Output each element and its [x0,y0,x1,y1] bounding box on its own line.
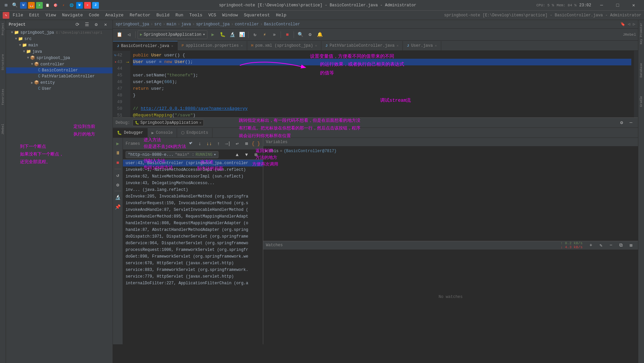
debug-settings2-btn[interactable]: ⚙ [114,180,122,189]
frame-item-3[interactable]: invoke:43, DelegatingMethodAccesso... [123,180,263,187]
eval-expr-btn[interactable]: { } [252,139,260,148]
frame-down-btn[interactable]: ▼ [242,150,251,159]
menu-squaretest[interactable]: Squaretest [241,12,273,19]
coverage-btn[interactable]: 🔬 [228,30,236,39]
tab-close-bc[interactable]: ✕ [171,44,173,48]
debug-minimize[interactable]: ─ [627,118,635,127]
frame-item-8[interactable]: invokeHandlerMethod:895, RequestMappingH… [123,213,263,220]
tree-controller[interactable]: ▼ 📦 controller [6,61,113,67]
side-database[interactable]: Database [640,63,643,77]
debug-app-selector[interactable]: 🐛 SpringbootJpaApplication ✕ [133,119,204,126]
tab-path-variable[interactable]: J PathVariableController.java ✕ [321,41,403,50]
run-to-cursor-btn[interactable]: →| [223,139,232,148]
frame-item-4[interactable]: inv... (java.lang.reflect) [123,187,263,193]
tab-close-ap[interactable]: ✕ [241,44,243,48]
run-btn[interactable]: ▶ [208,30,217,39]
side-jrebel-icon[interactable]: JRebel [1,124,5,134]
close-button[interactable]: ✕ [626,0,641,11]
frame-item-14[interactable]: doGet:898, FrameworkServlet (org.springf… [123,253,263,260]
hot-reload-btn[interactable]: ⚡ [260,30,269,39]
settings-btn[interactable]: ⚙ [306,30,314,39]
tab-close-user[interactable]: ✕ [435,44,437,48]
frame-item-16[interactable]: service:883, FrameworkServlet (org.sprin… [123,267,263,273]
frame-filter-btn[interactable]: ⊞ [252,150,260,159]
app-icon-6[interactable]: ⚡ [60,2,67,9]
step-out-btn[interactable]: ↑ [214,139,223,148]
debug-settings[interactable]: ⚙ [617,118,626,127]
bc-controller[interactable]: controller [235,22,259,27]
debug-tab-console[interactable]: ▶ Console [148,128,177,137]
tree-main[interactable]: ▼ 📁 main [6,42,113,48]
menu-navigate[interactable]: Navigate [59,12,86,19]
app-icon-4[interactable]: 📋 [44,2,51,9]
search-icon[interactable]: 🔍 [11,2,18,9]
bc-class[interactable]: BasicController [264,22,300,27]
bc-pkg[interactable]: springboot_jpa [196,22,230,27]
editor-scrollbar[interactable] [634,51,638,117]
recent-files-btn[interactable]: 📋 [115,30,124,39]
more-btn[interactable]: » [270,30,279,39]
bc-java[interactable]: java [181,22,191,27]
frame-item-0[interactable]: user:43, BasicController (springboot_jpa… [123,160,263,166]
menu-edit[interactable]: Edit [26,12,42,19]
frame-item-15[interactable]: service:670, HttpServlet (javax.servlet.… [123,260,263,267]
run-config-selector[interactable]: ▶ SpringbootJpaApplication ▾ [138,30,207,39]
profile-btn[interactable]: 📊 [237,30,246,39]
maximize-button[interactable]: □ [610,0,625,11]
drop-frame-btn[interactable]: ↩ [233,139,241,148]
app-icon-9[interactable]: ● [84,2,91,9]
tab-basic-controller[interactable]: J BasicController.java ✕ [113,41,178,50]
step-into-btn[interactable]: ↓ [195,139,204,148]
bc-springboot-jpa[interactable]: springboot_jpa [116,22,149,27]
tree-basic-controller[interactable]: C BasicController [6,67,113,73]
tab-app-props[interactable]: P application.properties ✕ [178,41,247,50]
panel-sync-btn[interactable]: ⟳ [73,20,82,29]
frame-item-12[interactable]: doService:964, DispatcherServlet (org.sp… [123,240,263,247]
debug-rerun-btn[interactable]: ↺ [114,171,122,179]
menu-file[interactable]: File [10,12,26,19]
code-editor[interactable]: ↻ 42 ● 43 44 45 46 47 48 49 50 51 [113,51,638,117]
frame-item-5[interactable]: doInvoke:205, InvocableHandlerMethod (or… [123,193,263,200]
thread-dropdown[interactable]: "http-nio-8080-e... "main" : RUNNING ▾ [126,151,218,158]
tree-entity[interactable]: ▶ 📦 entity [6,79,113,86]
debug-tab-endpoints[interactable]: ⬡ Endpoints [177,128,212,137]
frame-item-9[interactable]: handleInternal:808, RequestMappingHandle… [123,220,263,227]
force-step-into-btn[interactable]: ↓↓ [205,139,213,148]
debug-resume-btn[interactable]: ▶ [114,139,122,148]
debug-coverage-btn[interactable]: 🔬 [114,193,122,202]
debug-pause-btn[interactable]: ⏸ [114,149,122,157]
panel-collapse-btn[interactable]: ☰ [83,20,91,29]
tree-springboot-jpa[interactable]: ▼ 📁 springboot_jpa E:\Develop\items\spri [6,29,113,36]
watches-copy-btn[interactable]: ⧉ [617,241,625,250]
app-icon-3[interactable]: ● [36,2,43,9]
menu-build[interactable]: Build [154,12,172,19]
bc-main[interactable]: main [167,22,176,27]
variable-item-this[interactable]: ▶ this = {BasicController@7817} [265,148,637,154]
watches-expand-btn[interactable]: ⊞ [627,241,635,250]
panel-close-btn[interactable]: ✕ [101,20,110,29]
app-icon-7[interactable]: 🌐 [68,2,75,9]
app-icon-5[interactable]: 🎯 [52,2,59,9]
frame-item-10[interactable]: handle:87, AbstractHandlerMethodAdapter … [123,227,263,233]
tree-src[interactable]: ▼ 📁 src [6,36,113,42]
frame-up-btn[interactable]: ▲ [233,150,241,159]
frame-item-17[interactable]: service:779, HttpServlet (javax.servlet.… [123,273,263,280]
step-over-btn[interactable] [186,139,195,148]
side-key-promoter[interactable]: Key Promoter [640,23,643,44]
bc-src[interactable]: src [154,22,162,27]
filter-btn[interactable]: ⊞ [242,139,251,148]
side-favorites-icon[interactable]: Favorites [1,89,5,105]
tab-pom[interactable]: M pom.xml (springboot_jpa) ✕ [247,41,321,50]
tab-close-pom[interactable]: ✕ [315,44,317,48]
tree-user[interactable]: C User [6,86,113,92]
panel-gear-btn[interactable]: ⚙ [92,20,101,29]
frame-item-2[interactable]: invoke:62, NativeMethodAccessorImpl (sun… [123,173,263,180]
code-lines[interactable]: public User user() { User user = new Use… [130,51,634,117]
minimize-button[interactable]: ─ [594,0,609,11]
tab-user[interactable]: J User.java ✕ [403,41,441,50]
frame-item-6[interactable]: invokeForRequest:150, InvocableHandlerMe… [123,200,263,207]
nav-back[interactable]: ◁ [628,22,630,27]
frame-item-7[interactable]: invokeAndHandle:87, ServletInvocableHand… [123,207,263,213]
app-icon-10[interactable]: J [92,2,99,9]
frame-item-1[interactable]: invoke0:-1, NativeMethodAccessorImpl (su… [123,166,263,173]
